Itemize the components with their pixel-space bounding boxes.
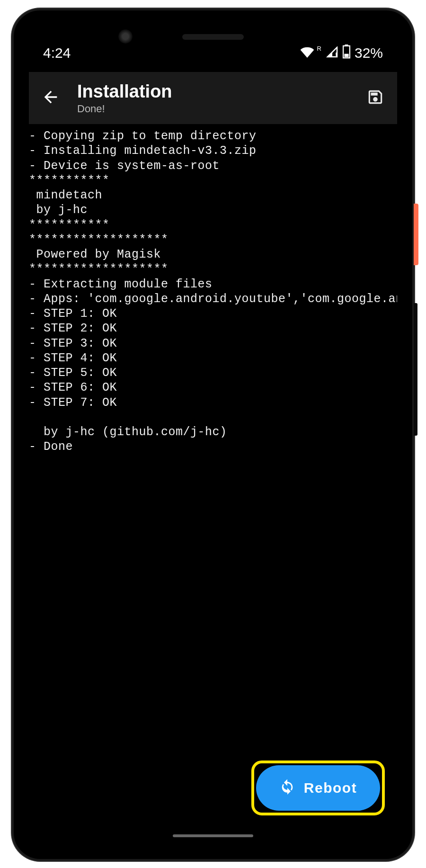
install-log[interactable]: - Copying zip to temp directory - Instal…: [29, 124, 397, 844]
gesture-nav-handle[interactable]: [173, 834, 253, 837]
reboot-button[interactable]: Reboot: [256, 765, 380, 811]
app-title: Installation: [77, 81, 349, 102]
app-bar: Installation Done!: [29, 72, 397, 124]
wifi-icon: [300, 45, 314, 61]
status-bar: 4:24 R ! 32%: [29, 34, 397, 72]
status-indicators: R ! 32%: [300, 45, 383, 62]
phone-volume-button: [414, 303, 417, 436]
restart-icon: [279, 779, 295, 798]
phone-power-button: [414, 204, 418, 265]
reboot-label: Reboot: [304, 780, 357, 796]
svg-rect-3: [344, 54, 348, 57]
battery-percent: 32%: [355, 45, 383, 61]
phone-camera: [118, 29, 133, 44]
app-subtitle: Done!: [77, 103, 349, 115]
arrow-left-icon: [41, 88, 60, 108]
reboot-button-highlight: Reboot: [251, 761, 385, 815]
battery-icon: [342, 45, 351, 62]
phone-frame: 4:24 R ! 32% In: [12, 9, 414, 861]
status-time: 4:24: [43, 45, 71, 61]
phone-speaker: [182, 34, 244, 40]
app-bar-titles: Installation Done!: [77, 81, 349, 115]
roaming-indicator: R: [317, 45, 321, 52]
save-icon: [366, 88, 384, 108]
signal-icon: !: [326, 45, 338, 61]
back-button[interactable]: [40, 88, 61, 108]
svg-text:!: !: [335, 51, 337, 58]
save-log-button[interactable]: [365, 88, 386, 108]
screen: 4:24 R ! 32% In: [29, 26, 397, 844]
